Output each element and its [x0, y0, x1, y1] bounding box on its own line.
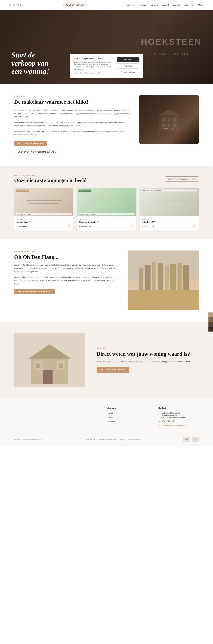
cookie-accept-button[interactable]: Accepteren: [117, 58, 139, 62]
over-ons-image: HOEKSTEEN MAKELAARDIJ: [139, 95, 199, 144]
property-grid: Nieuw in aanbod 17, 2573HP Den Haag... D…: [14, 188, 199, 230]
volledig-aanbod-button[interactable]: BEKIJK ONS VOLLEDIGE AANBOD: [165, 176, 199, 182]
hero-content: Start de verkoop van een woning!: [11, 51, 49, 75]
svg-rect-19: [158, 263, 163, 290]
scroll-share-button[interactable]: ⊙: [209, 322, 213, 327]
cookie-title: Wij maken gebruik van cookies!: [74, 58, 114, 60]
waardebepaling-text: Vraag hier de geschatte waarde van je hu…: [97, 360, 199, 363]
aanbod-title: Onze nieuwste woningen in beeld: [14, 177, 87, 183]
aanbod-den-haag-button[interactable]: BEKIJK HET AANBOD IN DEN HAAG: [14, 289, 55, 294]
svg-rect-20: [165, 266, 169, 290]
svg-rect-17: [145, 265, 151, 290]
over-ons-p1: Net zoals het de taak is van een hoekste…: [14, 108, 131, 118]
scroll-menu-button[interactable]: ≡: [209, 327, 213, 332]
den-haag-section: WAARDEBEPALING Oh Oh Den Haag... Wonen i…: [0, 239, 213, 322]
footer-link-nieuws[interactable]: Nieuws: [106, 416, 147, 418]
property-price-2: € 345.000,- k.k. ›: [79, 224, 134, 228]
cookie-reject-button[interactable]: Weigeren: [117, 64, 139, 68]
footer-algemene-voorwaarden[interactable]: Algemene voorwaarden: [99, 439, 116, 440]
svg-rect-22: [178, 262, 182, 290]
nav-testimonials[interactable]: Testimonials: [184, 4, 195, 6]
phone-icon: 📞: [66, 4, 68, 6]
waardebepaling-section: •Direct weten wat jouw woning waard is? …: [0, 322, 213, 398]
aanbod-label: ITGELICHT AANBOD: [14, 175, 87, 176]
footer-cookieverklaring[interactable]: Cookieverklaring: [85, 439, 96, 440]
property-card-1[interactable]: Nieuw in aanbod 17, 2573HP Den Haag... D…: [14, 188, 73, 230]
logo[interactable]: HOEKSTEEN MAKELAARDIJ: [8, 4, 23, 6]
hero-background: HOEKSTEEN MAKELAARDIJ Start de verkoop v…: [0, 10, 213, 84]
svg-rect-29: [43, 370, 52, 384]
den-haag-p1: Wonen in Den Haag is wonen in de enige g…: [14, 263, 119, 273]
property-card-3[interactable]: Hillevliet 137A, 3073KN Rotterdam Rotter…: [140, 188, 199, 230]
footer-logo-1: VBO: [183, 437, 190, 442]
footer-link-contact[interactable]: Contact: [106, 420, 147, 422]
cookie-settings-button[interactable]: Cookie-instellingen: [117, 70, 139, 75]
meer-over-hoeksteen-button[interactable]: MEER OVER HOEKSTEEN MAKELAARDIJ: [14, 149, 60, 155]
footer-address-2: 2573 LN Den Haag Nederland: [161, 416, 186, 418]
direct-contact-button[interactable]: 📞 DIRECT CONTACT: [63, 3, 87, 7]
cookie-buttons: Accepteren Weigeren Cookie-instellingen: [117, 58, 139, 75]
scroll-down-button[interactable]: ↓: [209, 317, 213, 322]
property-price-1: € 329.000,- k.k. ›: [16, 224, 71, 228]
nav-aanbod[interactable]: Aanbod: [162, 4, 169, 6]
footer-phone-number: 070 - 217 30 18: [162, 420, 175, 422]
hero-headline: Start de verkoop van een woning!: [11, 51, 49, 75]
footer-cookie-instellingen[interactable]: Cookie-instellingen: [127, 439, 140, 440]
footer-informatie-title: Informatie: [106, 407, 147, 409]
footer-sitemap[interactable]: Sitemap: [119, 439, 124, 440]
over-ons-label: OVER ONS: [14, 95, 131, 97]
den-haag-p2: Wie je ook bent of hoe je ook leeft, in …: [14, 276, 119, 286]
cookie-dot-icon: [74, 58, 75, 59]
nav-links: Verkopen Aankopen Verhuren Aanbod Over o…: [127, 4, 205, 6]
svg-rect-21: [170, 264, 176, 290]
hero-section: HOEKSTEEN MAKELAARDIJ Start de verkoop v…: [0, 10, 213, 84]
aanbod-header: ITGELICHT AANBOD Onze nieuwste woningen …: [14, 175, 199, 183]
property-arrow-2[interactable]: ›: [130, 224, 134, 228]
property-image-2: Nieuw in aanbod raat 259, 2561VZ Den Haa…: [77, 188, 136, 216]
footer-bottom-links: Cookieverklaring Algemene voorwaarden Si…: [85, 439, 140, 440]
footer-link-home[interactable]: Home: [106, 412, 147, 414]
gratis-waardebepaling-button[interactable]: GRATIS WAARDEBEPALING: [14, 141, 47, 146]
svg-rect-2: [168, 118, 170, 122]
property-image-3: Hillevliet 137A, 3073KN Rotterdam: [140, 188, 199, 216]
footer-informatie-links: Home Nieuws Contact: [106, 412, 147, 422]
footer-copyright: Copyright 2025 - Hoeksteen-Makelaardij: [14, 439, 42, 440]
email-icon: ✉: [158, 424, 160, 427]
nav-verhuren[interactable]: Verhuren: [151, 4, 159, 6]
waardebepaling-button[interactable]: WAT IS MIJN HUIS WAARD?: [97, 367, 129, 373]
property-city-2: Den Haag: [79, 218, 134, 220]
property-card-2[interactable]: Nieuw in aanbod raat 259, 2561VZ Den Haa…: [77, 188, 136, 230]
over-ons-content: OVER ONS De makelaar waarmee het klikt! …: [14, 95, 131, 155]
svg-rect-1: [162, 118, 165, 122]
terms-link[interactable]: Algemene voorwaarden: [85, 72, 101, 74]
property-street-1: Eerbeeklaan 17: [16, 221, 71, 223]
waardebepaling-content: CONTACT Direct weten wat jouw woning waa…: [97, 347, 199, 373]
over-ons-p3: Onze relaties met klanten duren lang na …: [14, 130, 131, 136]
cookie-text: Hallo, deze website gebruikt essentiële …: [74, 61, 114, 70]
footer-contact-title: Contact: [158, 407, 199, 409]
property-street-2: Copernicusstraat 259: [79, 221, 134, 223]
svg-rect-13: [128, 290, 199, 310]
property-price-3: € 350.000,- k.k. ›: [142, 224, 197, 228]
nav-verkopen[interactable]: Verkopen: [127, 4, 135, 6]
svg-marker-7: [159, 110, 179, 115]
nav-menu-button[interactable]: Menu ▾: [198, 4, 205, 6]
scroll-up-button[interactable]: ↑: [209, 312, 213, 317]
waardebepaling-illustration: [14, 333, 85, 387]
footer-contact: Contact ⌂ Hoeksteen Makelaardij Apeldoor…: [158, 407, 199, 428]
navigation: HOEKSTEEN MAKELAARDIJ 📞 DIRECT CONTACT V…: [0, 0, 213, 10]
nav-aankopen[interactable]: Aankopen: [139, 4, 147, 6]
footer-email-link[interactable]: info@hoeksteenmakelaardij.nl: [162, 424, 186, 426]
property-arrow-3[interactable]: ›: [193, 224, 197, 228]
over-ons-title: De makelaar waarmee het klikt!: [14, 99, 131, 105]
nav-over-ons[interactable]: Over ons: [173, 4, 180, 6]
waardebepaling-image: •Direct weten wat jouw woning waard is?: [14, 333, 85, 387]
privacy-link[interactable]: Privacybeleid: [74, 72, 83, 74]
den-haag-illustration: [128, 250, 199, 310]
footer-email: ✉ info@hoeksteenmakelaardij.nl: [158, 424, 199, 427]
property-arrow-1[interactable]: ›: [67, 224, 71, 228]
side-scroll: ↑ ↓ ⊙ ≡: [209, 312, 213, 332]
footer-company-name: Hoeksteen Makelaardij: [161, 412, 186, 414]
cookie-banner: Wij maken gebruik van cookies! Hallo, de…: [70, 54, 143, 78]
footer-address-1: Apeldoornselaan 58: [161, 414, 186, 416]
